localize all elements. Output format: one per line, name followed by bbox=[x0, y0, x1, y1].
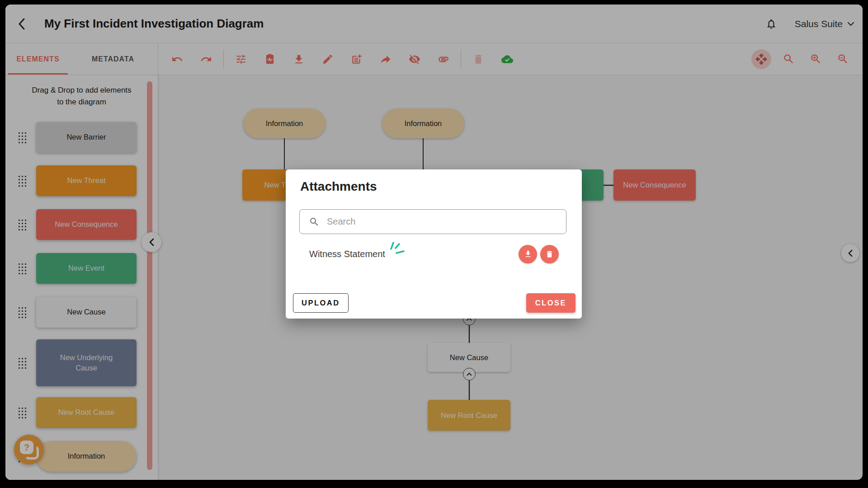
attachment-list-item: Witness Statement bbox=[286, 242, 582, 266]
search-icon bbox=[309, 216, 320, 227]
attachment-name: Witness Statement bbox=[309, 249, 385, 259]
search-input[interactable] bbox=[326, 216, 566, 227]
download-icon bbox=[524, 249, 533, 258]
delete-attachment-button[interactable] bbox=[540, 245, 559, 263]
modal-footer: UPLOAD CLOSE bbox=[293, 293, 576, 313]
upload-button[interactable]: UPLOAD bbox=[293, 293, 349, 313]
modal-title: Attachments bbox=[300, 179, 377, 194]
attachment-search-field bbox=[299, 209, 566, 234]
attachments-modal: Attachments Witness Statement bbox=[286, 169, 582, 319]
close-button[interactable]: CLOSE bbox=[526, 293, 576, 313]
download-attachment-button[interactable] bbox=[519, 245, 537, 263]
trash-icon bbox=[545, 250, 554, 258]
sparkle-icon bbox=[389, 241, 405, 257]
app-window: Information Information New Threat New C… bbox=[5, 5, 863, 480]
